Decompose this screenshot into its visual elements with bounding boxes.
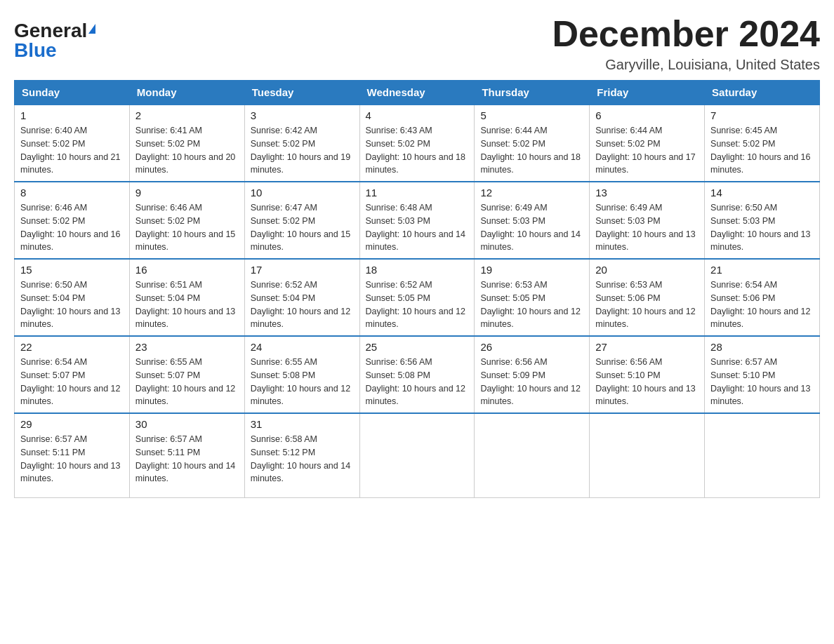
week-row-2: 8Sunrise: 6:46 AMSunset: 5:02 PMDaylight… [15,182,820,259]
day-number: 4 [366,109,469,121]
day-sun-info: Sunrise: 6:55 AMSunset: 5:07 PMDaylight:… [135,356,239,408]
calendar-cell: 18Sunrise: 6:52 AMSunset: 5:05 PMDayligh… [359,259,475,336]
day-sun-info: Sunrise: 6:42 AMSunset: 5:02 PMDaylight:… [251,124,354,177]
day-sun-info: Sunrise: 6:49 AMSunset: 5:03 PMDaylight:… [595,201,699,254]
calendar-cell: 20Sunrise: 6:53 AMSunset: 5:06 PMDayligh… [590,259,705,336]
calendar-cell: 4Sunrise: 6:43 AMSunset: 5:02 PMDaylight… [359,105,475,182]
day-number: 2 [135,109,239,121]
day-number: 22 [20,341,124,353]
day-header-friday: Friday [590,81,705,105]
day-sun-info: Sunrise: 6:40 AMSunset: 5:02 PMDaylight:… [20,124,124,177]
week-row-5: 29Sunrise: 6:57 AMSunset: 5:11 PMDayligh… [15,413,820,497]
week-row-3: 15Sunrise: 6:50 AMSunset: 5:04 PMDayligh… [15,259,820,336]
day-sun-info: Sunrise: 6:51 AMSunset: 5:04 PMDaylight:… [135,279,239,331]
calendar-cell: 2Sunrise: 6:41 AMSunset: 5:02 PMDaylight… [129,105,244,182]
day-number: 26 [480,341,583,353]
day-number: 10 [251,187,354,199]
day-sun-info: Sunrise: 6:48 AMSunset: 5:03 PMDaylight:… [366,201,469,254]
calendar-cell: 9Sunrise: 6:46 AMSunset: 5:02 PMDaylight… [129,182,244,259]
day-sun-info: Sunrise: 6:43 AMSunset: 5:02 PMDaylight:… [366,124,469,177]
calendar-cell: 10Sunrise: 6:47 AMSunset: 5:02 PMDayligh… [244,182,359,259]
day-sun-info: Sunrise: 6:44 AMSunset: 5:02 PMDaylight:… [480,124,583,177]
calendar-cell: 29Sunrise: 6:57 AMSunset: 5:11 PMDayligh… [15,413,130,497]
week-row-4: 22Sunrise: 6:54 AMSunset: 5:07 PMDayligh… [15,336,820,413]
day-number: 19 [480,264,583,276]
day-sun-info: Sunrise: 6:53 AMSunset: 5:05 PMDaylight:… [480,279,583,331]
day-number: 29 [20,418,124,430]
calendar-cell: 31Sunrise: 6:58 AMSunset: 5:12 PMDayligh… [244,413,359,497]
day-sun-info: Sunrise: 6:57 AMSunset: 5:11 PMDaylight:… [20,433,124,485]
calendar-cell: 23Sunrise: 6:55 AMSunset: 5:07 PMDayligh… [129,336,244,413]
day-number: 31 [251,418,354,430]
calendar-cell [705,413,820,497]
calendar-cell: 6Sunrise: 6:44 AMSunset: 5:02 PMDaylight… [590,105,705,182]
day-sun-info: Sunrise: 6:57 AMSunset: 5:10 PMDaylight:… [710,356,814,408]
calendar-cell: 28Sunrise: 6:57 AMSunset: 5:10 PMDayligh… [705,336,820,413]
day-sun-info: Sunrise: 6:47 AMSunset: 5:02 PMDaylight:… [251,201,354,254]
calendar-cell: 19Sunrise: 6:53 AMSunset: 5:05 PMDayligh… [475,259,590,336]
day-sun-info: Sunrise: 6:53 AMSunset: 5:06 PMDaylight:… [595,279,699,331]
day-header-thursday: Thursday [475,81,590,105]
calendar-cell: 5Sunrise: 6:44 AMSunset: 5:02 PMDaylight… [475,105,590,182]
day-header-sunday: Sunday [15,81,130,105]
day-number: 28 [710,341,814,353]
day-sun-info: Sunrise: 6:50 AMSunset: 5:04 PMDaylight:… [20,279,124,331]
day-sun-info: Sunrise: 6:41 AMSunset: 5:02 PMDaylight:… [135,124,239,177]
calendar-cell: 15Sunrise: 6:50 AMSunset: 5:04 PMDayligh… [15,259,130,336]
day-number: 15 [20,264,124,276]
day-sun-info: Sunrise: 6:49 AMSunset: 5:03 PMDaylight:… [480,201,583,254]
calendar-cell: 12Sunrise: 6:49 AMSunset: 5:03 PMDayligh… [475,182,590,259]
logo-triangle-icon [88,24,95,34]
month-title: December 2024 [552,14,820,54]
day-sun-info: Sunrise: 6:57 AMSunset: 5:11 PMDaylight:… [135,433,239,485]
page-header: General Blue December 2024 Garyville, Lo… [14,14,820,73]
calendar-cell: 25Sunrise: 6:56 AMSunset: 5:08 PMDayligh… [359,336,475,413]
day-number: 17 [251,264,354,276]
day-sun-info: Sunrise: 6:56 AMSunset: 5:09 PMDaylight:… [480,356,583,408]
day-number: 12 [480,187,583,199]
day-sun-info: Sunrise: 6:55 AMSunset: 5:08 PMDaylight:… [251,356,354,408]
day-number: 9 [135,187,239,199]
day-number: 5 [480,109,583,121]
day-number: 1 [20,109,124,121]
calendar-cell: 17Sunrise: 6:52 AMSunset: 5:04 PMDayligh… [244,259,359,336]
day-number: 11 [366,187,469,199]
day-sun-info: Sunrise: 6:45 AMSunset: 5:02 PMDaylight:… [710,124,814,177]
day-header-tuesday: Tuesday [244,81,359,105]
day-sun-info: Sunrise: 6:52 AMSunset: 5:04 PMDaylight:… [251,279,354,331]
calendar-cell: 24Sunrise: 6:55 AMSunset: 5:08 PMDayligh… [244,336,359,413]
day-number: 20 [595,264,699,276]
day-headers-row: SundayMondayTuesdayWednesdayThursdayFrid… [15,81,820,105]
calendar-table: SundayMondayTuesdayWednesdayThursdayFrid… [14,80,820,498]
calendar-cell: 27Sunrise: 6:56 AMSunset: 5:10 PMDayligh… [590,336,705,413]
calendar-cell: 3Sunrise: 6:42 AMSunset: 5:02 PMDaylight… [244,105,359,182]
logo: General Blue [14,14,95,60]
day-sun-info: Sunrise: 6:46 AMSunset: 5:02 PMDaylight:… [135,201,239,254]
day-sun-info: Sunrise: 6:52 AMSunset: 5:05 PMDaylight:… [366,279,469,331]
day-sun-info: Sunrise: 6:56 AMSunset: 5:08 PMDaylight:… [366,356,469,408]
calendar-cell: 1Sunrise: 6:40 AMSunset: 5:02 PMDaylight… [15,105,130,182]
calendar-cell: 21Sunrise: 6:54 AMSunset: 5:06 PMDayligh… [705,259,820,336]
day-number: 30 [135,418,239,430]
calendar-cell: 16Sunrise: 6:51 AMSunset: 5:04 PMDayligh… [129,259,244,336]
day-number: 23 [135,341,239,353]
day-header-saturday: Saturday [705,81,820,105]
calendar-cell: 22Sunrise: 6:54 AMSunset: 5:07 PMDayligh… [15,336,130,413]
logo-general-text: General [14,21,87,41]
day-header-monday: Monday [129,81,244,105]
calendar-cell [359,413,475,497]
title-area: December 2024 Garyville, Louisiana, Unit… [552,14,820,73]
day-number: 27 [595,341,699,353]
calendar-cell [475,413,590,497]
day-sun-info: Sunrise: 6:56 AMSunset: 5:10 PMDaylight:… [595,356,699,408]
calendar-cell: 11Sunrise: 6:48 AMSunset: 5:03 PMDayligh… [359,182,475,259]
day-sun-info: Sunrise: 6:54 AMSunset: 5:07 PMDaylight:… [20,356,124,408]
calendar-cell: 7Sunrise: 6:45 AMSunset: 5:02 PMDaylight… [705,105,820,182]
calendar-cell: 30Sunrise: 6:57 AMSunset: 5:11 PMDayligh… [129,413,244,497]
calendar-cell: 26Sunrise: 6:56 AMSunset: 5:09 PMDayligh… [475,336,590,413]
calendar-cell: 8Sunrise: 6:46 AMSunset: 5:02 PMDaylight… [15,182,130,259]
day-sun-info: Sunrise: 6:58 AMSunset: 5:12 PMDaylight:… [251,433,354,485]
day-number: 18 [366,264,469,276]
logo-blue-text: Blue [14,41,57,60]
day-sun-info: Sunrise: 6:54 AMSunset: 5:06 PMDaylight:… [710,279,814,331]
